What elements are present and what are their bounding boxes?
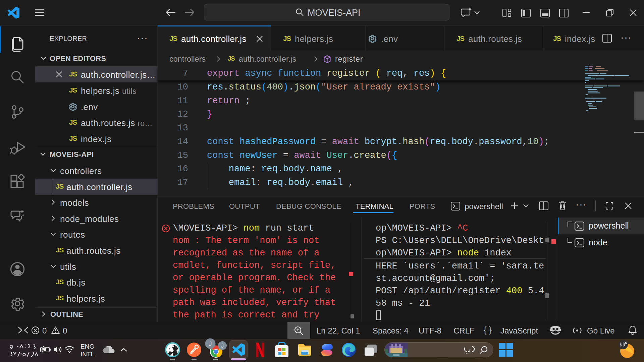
svg-text:J: J — [221, 343, 224, 349]
svg-text:J: J — [209, 341, 212, 347]
